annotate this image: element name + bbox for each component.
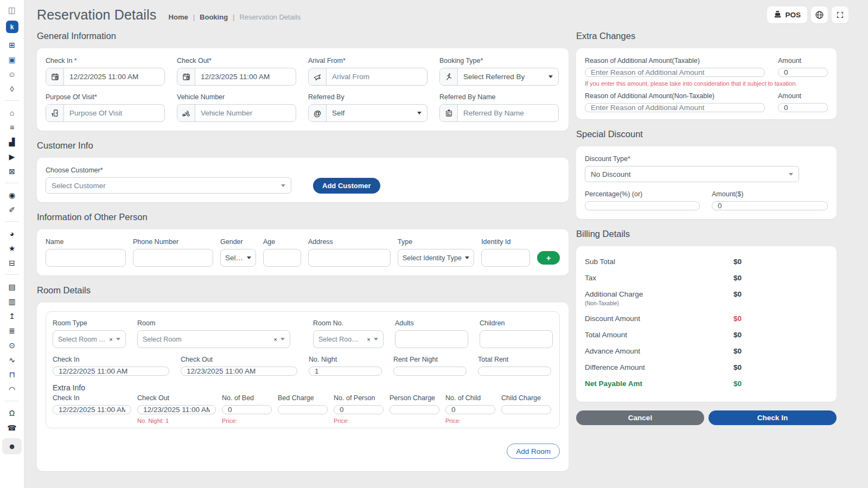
add-person-button[interactable]: + [537, 251, 560, 265]
kiosk-icon[interactable]: ⊠ [0, 164, 24, 178]
customer-info-card: Choose Customer* Select Customer Add Cus… [37, 158, 569, 202]
fullscreen-button[interactable] [832, 7, 848, 23]
clear-icon[interactable]: × [273, 336, 277, 343]
globe-icon [815, 10, 824, 20]
op-phone-input[interactable] [133, 249, 213, 267]
referred-by-select[interactable]: Self [327, 105, 427, 121]
room-no-select[interactable]: Select Room Nu... × [314, 336, 383, 343]
restaurant-icon[interactable]: ≣ [0, 323, 24, 338]
person-charge-input[interactable] [390, 405, 439, 414]
percentage-input[interactable] [585, 201, 700, 210]
adults-input[interactable] [395, 330, 468, 348]
no-of-bed-label: No. of Bed [222, 394, 272, 402]
room-check-out-input[interactable] [181, 367, 297, 376]
op-identity-input[interactable] [481, 249, 530, 267]
hotel-icon[interactable]: ⌂ [0, 105, 24, 120]
billing-details-card: Sub Total $0 Tax $0 Additional Charge (N… [576, 246, 837, 402]
clear-icon[interactable]: × [109, 336, 113, 343]
no-of-bed-input[interactable] [222, 405, 272, 414]
children-label: Children [480, 319, 553, 327]
children-input[interactable] [480, 330, 553, 348]
clear-icon[interactable]: × [367, 336, 371, 343]
check-in-button[interactable]: Check In [709, 410, 837, 425]
sidebar-divider [5, 401, 19, 401]
no-night-label: No. Night [309, 356, 382, 363]
op-age-label: Age [263, 238, 301, 246]
room-select[interactable]: Select Room × [138, 336, 290, 343]
fullscreen-icon [836, 11, 844, 19]
language-globe-button[interactable] [811, 7, 828, 23]
breadcrumb-booking[interactable]: Booking [200, 13, 228, 21]
room-type-select[interactable]: Select Room Type × [53, 336, 125, 343]
chart-icon[interactable]: ▟ [0, 134, 24, 149]
arrival-from-input[interactable] [327, 68, 427, 85]
dashboard-icon[interactable]: ⊞ [0, 37, 24, 52]
inventory-search-icon[interactable]: ⊙ [0, 338, 24, 352]
amount-taxable-input[interactable] [778, 68, 828, 77]
bar-table-icon[interactable]: ⊓ [0, 367, 24, 382]
account-icon[interactable]: ☻ [2, 438, 22, 454]
check-in-input[interactable] [64, 68, 164, 85]
ei-check-in-input[interactable] [53, 405, 131, 414]
booking-icon[interactable]: ▣ [0, 52, 24, 67]
extra-charges-heading: Extra Changes [576, 31, 837, 41]
pos-terminal-icon[interactable]: ▤ [0, 279, 24, 294]
sidebar-toggle-icon[interactable]: ◫ [8, 5, 16, 15]
check-out-input[interactable] [195, 68, 296, 85]
room-check-in-input[interactable] [53, 367, 169, 376]
reason-nontaxable-input[interactable] [585, 103, 765, 112]
no-of-person-input[interactable] [334, 405, 384, 414]
report-clipboard-icon[interactable]: ⊟ [0, 255, 24, 270]
staff-cap-icon[interactable]: ◠ [0, 382, 24, 396]
rent-per-night-input[interactable] [393, 367, 467, 376]
op-age-input[interactable] [263, 249, 301, 267]
reviews-star-icon[interactable]: ★ [0, 241, 24, 255]
reason-taxable-label: Reason of Additional Amount(Taxable) [585, 57, 765, 65]
ei-check-out-input[interactable] [137, 405, 216, 414]
utilities-icon[interactable]: ∿ [0, 352, 24, 367]
add-customer-button[interactable]: Add Customer [313, 178, 380, 194]
op-name-label: Name [46, 238, 126, 246]
booking-type-select[interactable]: Select Referred By [458, 68, 558, 85]
amount-nontaxable-label: Amount [778, 92, 828, 100]
list-icon[interactable]: ≡ [0, 120, 24, 134]
support-headset-icon[interactable]: Ω [0, 406, 24, 420]
no-night-input[interactable] [309, 367, 382, 376]
amount-nontaxable-input[interactable] [778, 103, 828, 112]
op-gender-select[interactable]: Select [221, 254, 256, 262]
front-desk-icon[interactable]: ◉ [0, 188, 24, 202]
avatar[interactable]: k [6, 21, 18, 33]
checkout-icon[interactable]: ↥ [0, 309, 24, 323]
discount-type-select[interactable]: No Discount [585, 170, 799, 178]
cancel-button[interactable]: Cancel [576, 410, 704, 425]
billing-row: Additional Charge (Non-Taxable) $0 [585, 286, 828, 311]
op-identity-type-select[interactable]: Select Identity Type [398, 254, 474, 262]
website-globe-icon[interactable]: ◕ [0, 226, 24, 241]
call-icon[interactable]: ☎ [0, 420, 24, 435]
pos-register-icon [774, 10, 782, 20]
op-phone-label: Phone Number [133, 238, 213, 246]
billing-row-net: Net Payable Amt $0 [585, 376, 828, 392]
other-person-heading: Information of Other Person [37, 212, 569, 222]
no-of-child-input[interactable] [445, 405, 495, 414]
housekeeping-icon[interactable]: ✐ [0, 202, 24, 217]
vehicle-input[interactable] [195, 105, 296, 121]
op-name-input[interactable] [46, 249, 126, 267]
tags-icon[interactable]: ◊ [0, 81, 24, 96]
choose-customer-select[interactable]: Select Customer [46, 182, 291, 190]
referred-by-name-input[interactable] [458, 105, 558, 121]
child-charge-input[interactable] [501, 405, 551, 414]
pos-button[interactable]: POS [767, 7, 807, 23]
sidebar-divider [5, 100, 19, 101]
id-card-icon[interactable]: ▥ [0, 294, 24, 309]
total-rent-input[interactable] [478, 367, 551, 376]
purpose-input[interactable] [64, 105, 164, 121]
breadcrumb-home[interactable]: Home [169, 13, 188, 21]
add-room-button[interactable]: Add Room [507, 444, 560, 459]
send-icon[interactable]: ▶ [0, 149, 24, 164]
discount-amount-input[interactable] [712, 201, 828, 210]
reason-taxable-input[interactable] [585, 68, 765, 77]
op-address-input[interactable] [308, 249, 391, 267]
guests-icon[interactable]: ☺ [0, 67, 24, 81]
bed-charge-input[interactable] [278, 405, 328, 414]
